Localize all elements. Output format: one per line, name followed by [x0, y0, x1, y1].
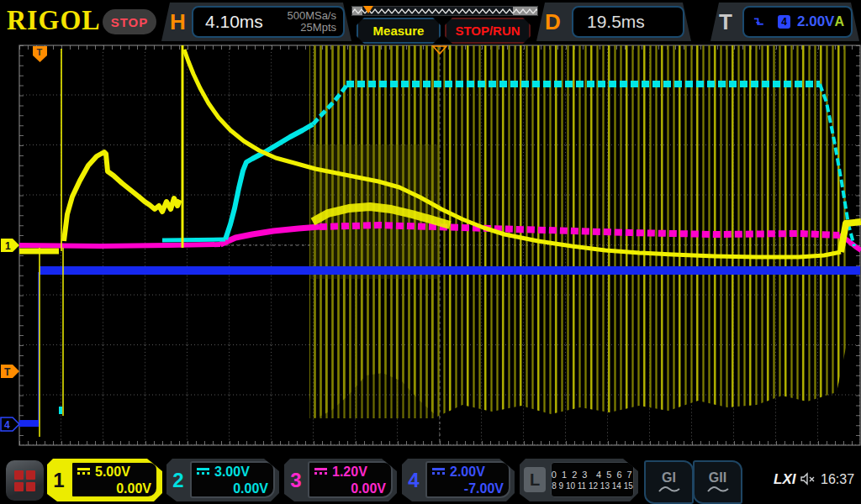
t-label: T: [719, 9, 732, 35]
ch1-position-marker[interactable]: 1: [1, 239, 19, 252]
trigger-block[interactable]: T 4 2.00V A: [710, 3, 859, 41]
rigol-logo: RIGOL: [7, 3, 101, 36]
logic-channels-box: 0 1 2 3 4 5 6 7 8 9 10 11 12 13 14 15: [551, 462, 634, 497]
trigger-inner-box: 4 2.00V A: [742, 6, 853, 38]
sine-wave-icon: [658, 484, 680, 494]
logic-analyzer-tag[interactable]: L 0 1 2 3 4 5 6 7 8 9 10 11 12 13 14 15: [520, 459, 638, 501]
channel-4-tag[interactable]: 4 2.00V -7.00V: [402, 459, 515, 501]
svg-text:4: 4: [4, 419, 10, 431]
ch4-dc-coupling-icon: [432, 468, 445, 477]
memory-depth: 25Mpts: [300, 21, 336, 34]
acquisition-status-badge: STOP: [103, 9, 156, 34]
ch3-trace-flat: [19, 244, 220, 246]
ch4-scale: 2.00V: [450, 464, 485, 480]
channel-2-box: 3.00V 0.00V: [190, 461, 275, 498]
horizontal-timebase-block[interactable]: H 4.10ms 500MSa/s 25Mpts: [161, 3, 351, 41]
channel-4-number: 4: [402, 459, 425, 501]
channel-1-number: 1: [47, 459, 71, 501]
sine-wave-icon: [707, 484, 729, 494]
logic-channels-row2: 8 9 10 11 12 13 14 15: [552, 480, 633, 491]
bottom-bar: 1 5.00V 0.00V 2 3.00V 0.00V 3 1.20V 0.00…: [0, 458, 861, 504]
trigger-mode: A: [834, 14, 844, 29]
ch2-offset: 0.00V: [197, 480, 268, 497]
measure-button[interactable]: Measure: [357, 18, 441, 44]
trigger-level-marker[interactable]: T: [1, 365, 19, 378]
svg-text:T: T: [4, 366, 11, 378]
menu-grid-icon: [14, 470, 35, 491]
trigger-slope-icon: [753, 15, 766, 29]
channel-4-box: 2.00V -7.00V: [425, 461, 510, 498]
channel-3-number: 3: [284, 459, 308, 501]
ch4-position-marker[interactable]: 4: [1, 417, 19, 431]
top-bar: RIGOL STOP H 4.10ms 500MSa/s 25Mpts: [0, 0, 861, 44]
ch2-dc-coupling-icon: [197, 468, 209, 477]
svg-text:1: 1: [5, 240, 11, 252]
generator-2-label: GII: [709, 471, 726, 484]
svg-text:T: T: [37, 47, 43, 57]
system-time: 16:37: [821, 472, 854, 487]
ch3-scale: 1.20V: [332, 464, 367, 480]
channel-3-box: 1.20V 0.00V: [308, 461, 393, 498]
position-bar-waveform-pattern: [352, 7, 537, 15]
ch3-offset: 0.00V: [314, 480, 386, 497]
ch1-offset: 0.00V: [77, 480, 151, 497]
waveform-display-area[interactable]: 1 T 4 T: [0, 44, 861, 458]
delay-inner-box: 19.5ms: [572, 6, 684, 38]
trigger-level-value: 2.00V: [797, 13, 834, 30]
generator-2-button[interactable]: GII: [693, 460, 742, 504]
channel-2-tag[interactable]: 2 3.00V 0.00V: [166, 459, 279, 501]
ch2-trace-flat: [162, 239, 225, 240]
waveform-position-bar[interactable]: [351, 6, 538, 16]
sample-rate-depth: 500MSa/s 25Mpts: [287, 10, 336, 34]
channel-2-number: 2: [166, 459, 190, 501]
h-label: H: [170, 9, 186, 35]
generator-1-button[interactable]: GI: [644, 460, 694, 504]
menu-button[interactable]: [6, 460, 44, 501]
channel-3-tag[interactable]: 3 1.20V 0.00V: [284, 459, 397, 501]
timebase-value: 4.10ms: [205, 12, 263, 32]
delay-block[interactable]: D 19.5ms: [536, 3, 691, 41]
d-label: D: [545, 9, 561, 35]
sound-muted-icon[interactable]: [800, 471, 816, 486]
trigger-source-badge: 4: [778, 15, 790, 29]
stop-run-button[interactable]: STOP/RUN: [445, 18, 531, 44]
delay-value: 19.5ms: [587, 12, 645, 32]
ch1-scale: 5.00V: [95, 464, 130, 480]
logic-label: L: [524, 467, 546, 492]
oscilloscope-screen: RIGOL STOP H 4.10ms 500MSa/s 25Mpts: [0, 0, 861, 504]
lxi-status: LXI: [774, 471, 795, 488]
channel-1-box: 5.00V 0.00V: [71, 461, 158, 498]
ch3-dc-coupling-icon: [314, 468, 327, 477]
channel-1-tag[interactable]: 1 5.00V 0.00V: [47, 459, 162, 501]
timebase-inner-box: 4.10ms 500MSa/s 25Mpts: [192, 6, 345, 38]
generator-1-label: GI: [662, 471, 676, 484]
sample-rate: 500MSa/s: [287, 9, 336, 22]
ch1-dc-coupling-icon: [77, 468, 90, 477]
logic-channels-row1: 0 1 2 3 4 5 6 7: [552, 469, 633, 480]
ch2-scale: 3.00V: [214, 464, 250, 480]
ch4-offset: -7.00V: [432, 480, 504, 497]
